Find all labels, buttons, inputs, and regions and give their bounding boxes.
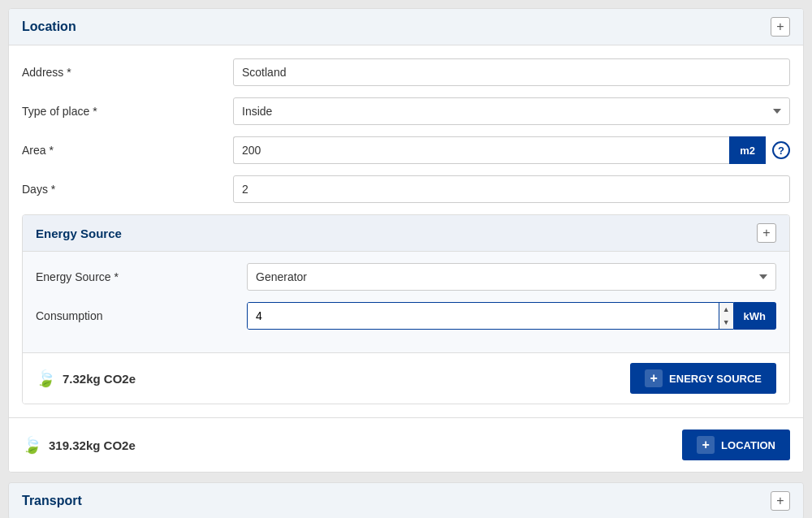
- transport-expand-button[interactable]: +: [771, 491, 790, 511]
- type-of-place-row: Type of place * Inside Outside: [22, 97, 790, 125]
- svg-text:?: ?: [778, 145, 784, 157]
- type-select[interactable]: Inside Outside: [233, 97, 790, 125]
- add-energy-label: ENERGY SOURCE: [669, 373, 762, 385]
- consumption-label: Consumption: [36, 309, 247, 322]
- area-unit-button[interactable]: m2: [729, 136, 766, 164]
- spinner-up-button[interactable]: ▲: [719, 303, 733, 316]
- location-body: Address * Type of place * Inside Outside…: [9, 45, 803, 417]
- consumption-input-group: ▲ ▼ kWh: [247, 302, 776, 330]
- area-input[interactable]: [233, 136, 729, 164]
- location-leaf-icon: 🍃: [22, 435, 42, 455]
- energy-source-label: Energy Source *: [36, 270, 247, 283]
- kwh-unit-button[interactable]: kWh: [734, 302, 776, 330]
- add-energy-plus-icon: +: [645, 369, 663, 387]
- spinner-down-button[interactable]: ▼: [719, 316, 733, 329]
- help-icon: ?: [772, 141, 790, 159]
- transport-title: Transport: [22, 494, 82, 508]
- location-section: Location + Address * Type of place * Ins…: [8, 8, 804, 473]
- add-location-plus-icon: +: [697, 436, 715, 454]
- area-row: Area * m2 ?: [22, 136, 790, 164]
- add-energy-source-button[interactable]: + ENERGY SOURCE: [630, 363, 776, 394]
- add-location-label: LOCATION: [721, 439, 775, 451]
- address-label: Address *: [22, 66, 233, 79]
- add-location-button[interactable]: + LOCATION: [682, 430, 790, 460]
- spinner-buttons: ▲ ▼: [719, 303, 733, 329]
- location-co2-text: 319.32kg CO2e: [49, 438, 136, 452]
- location-footer: 🍃 319.32kg CO2e + LOCATION: [9, 417, 803, 472]
- area-help-button[interactable]: ?: [772, 141, 790, 159]
- location-expand-button[interactable]: +: [771, 17, 790, 37]
- area-input-group: m2 ?: [233, 136, 790, 164]
- energy-source-card: Energy Source + Energy Source * Generato…: [22, 214, 790, 404]
- energy-co2-badge: 🍃 7.32kg CO2e: [36, 369, 136, 388]
- location-header: Location +: [9, 9, 803, 45]
- address-input[interactable]: [233, 58, 790, 86]
- days-row: Days *: [22, 175, 790, 203]
- energy-source-footer: 🍃 7.32kg CO2e + ENERGY SOURCE: [23, 352, 789, 404]
- energy-leaf-icon: 🍃: [36, 369, 56, 388]
- area-label: Area *: [22, 144, 233, 157]
- location-co2-badge: 🍃 319.32kg CO2e: [22, 435, 136, 455]
- consumption-spinbox: ▲ ▼: [247, 302, 734, 330]
- energy-source-select[interactable]: Generator Grid Electricity Solar Wind: [247, 263, 776, 291]
- energy-source-expand-button[interactable]: +: [757, 223, 776, 243]
- days-label: Days *: [22, 183, 233, 196]
- transport-header: Transport +: [9, 483, 803, 518]
- consumption-input[interactable]: [248, 303, 719, 329]
- consumption-row: Consumption ▲ ▼ kWh: [36, 302, 776, 330]
- address-row: Address *: [22, 58, 790, 86]
- energy-co2-text: 7.32kg CO2e: [63, 372, 136, 386]
- days-input[interactable]: [233, 175, 790, 203]
- type-label: Type of place *: [22, 105, 233, 118]
- energy-source-body: Energy Source * Generator Grid Electrici…: [23, 252, 789, 352]
- energy-source-header: Energy Source +: [23, 215, 789, 252]
- transport-section: Transport +: [8, 482, 804, 518]
- energy-source-row: Energy Source * Generator Grid Electrici…: [36, 263, 776, 291]
- energy-source-title: Energy Source: [36, 227, 122, 240]
- location-title: Location: [22, 19, 76, 34]
